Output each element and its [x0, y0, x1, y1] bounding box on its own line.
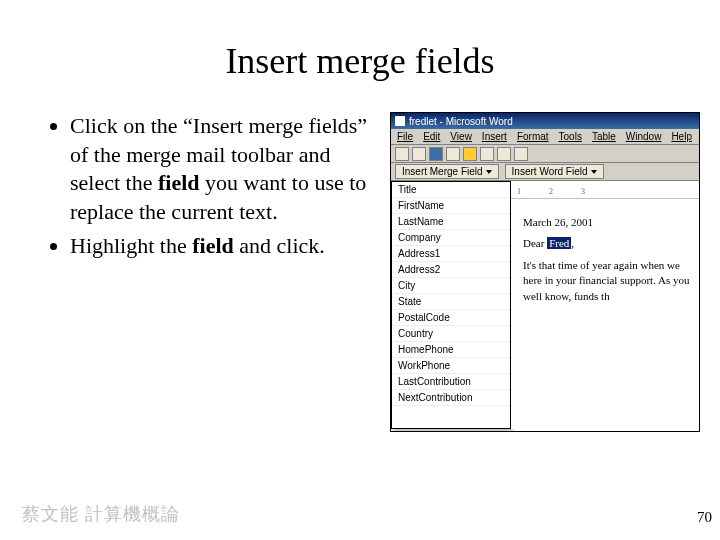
menu-insert[interactable]: Insert: [482, 131, 507, 142]
menu-file[interactable]: File: [397, 131, 413, 142]
ruler-tick: 3: [581, 187, 585, 196]
bullet-1-bold: field: [158, 170, 200, 195]
footer-page-number: 70: [697, 509, 712, 526]
dropdown-arrow-icon: [591, 170, 597, 174]
bullet-list: Click on the “Insert merge fields” of th…: [40, 112, 380, 432]
doc-greeting-post: ,: [571, 237, 574, 249]
bullet-2-pre: Highlight the: [70, 233, 192, 258]
menu-view[interactable]: View: [450, 131, 472, 142]
doc-greeting: Dear Fred,: [523, 236, 691, 251]
toolbar-button[interactable]: [480, 147, 494, 161]
field-item[interactable]: WorkPhone: [392, 358, 510, 374]
word-title-text: fredlet - Microsoft Word: [409, 116, 513, 127]
slide-title: Insert merge fields: [0, 40, 720, 82]
field-item[interactable]: Country: [392, 326, 510, 342]
menu-format[interactable]: Format: [517, 131, 549, 142]
field-item[interactable]: LastContribution: [392, 374, 510, 390]
word-titlebar: fredlet - Microsoft Word: [391, 113, 699, 129]
field-item[interactable]: HomePhone: [392, 342, 510, 358]
word-screenshot: fredlet - Microsoft Word File Edit View …: [390, 112, 700, 432]
toolbar-button[interactable]: [497, 147, 511, 161]
doc-paragraph: It's that time of year again when we her…: [523, 258, 691, 304]
toolbar-button[interactable]: [429, 147, 443, 161]
field-item[interactable]: PostalCode: [392, 310, 510, 326]
word-ruler: 1 2 3: [511, 185, 699, 199]
toolbar-button[interactable]: [446, 147, 460, 161]
merge-field-dropdown: Title FirstName LastName Company Address…: [391, 181, 511, 429]
bullet-2: Highlight the field and click.: [70, 232, 380, 261]
doc-greeting-highlight: Fred: [547, 237, 571, 249]
word-document-area: 1 2 3 March 26, 2001 Dear Fred, It's tha…: [511, 181, 699, 429]
word-standard-toolbar: [391, 145, 699, 163]
bullet-1: Click on the “Insert merge fields” of th…: [70, 112, 380, 226]
ruler-tick: 2: [549, 187, 553, 196]
menu-edit[interactable]: Edit: [423, 131, 440, 142]
dropdown-arrow-icon: [486, 170, 492, 174]
doc-date: March 26, 2001: [523, 215, 691, 230]
field-item[interactable]: Company: [392, 230, 510, 246]
field-item[interactable]: NextContribution: [392, 390, 510, 406]
menu-help[interactable]: Help: [671, 131, 692, 142]
bullet-2-bold: field: [192, 233, 234, 258]
field-item[interactable]: FirstName: [392, 198, 510, 214]
field-item[interactable]: Address2: [392, 262, 510, 278]
doc-greeting-pre: Dear: [523, 237, 547, 249]
menu-window[interactable]: Window: [626, 131, 662, 142]
toolbar-button[interactable]: [514, 147, 528, 161]
word-document-text[interactable]: March 26, 2001 Dear Fred, It's that time…: [511, 199, 699, 304]
word-mailmerge-toolbar: Insert Merge Field Insert Word Field: [391, 163, 699, 181]
toolbar-button[interactable]: [395, 147, 409, 161]
field-item[interactable]: State: [392, 294, 510, 310]
menu-table[interactable]: Table: [592, 131, 616, 142]
insert-merge-field-button[interactable]: Insert Merge Field: [395, 164, 499, 179]
ruler-tick: 1: [517, 187, 521, 196]
field-item[interactable]: City: [392, 278, 510, 294]
field-item[interactable]: LastName: [392, 214, 510, 230]
footer-author: 蔡文能 計算機概論: [22, 502, 180, 526]
menu-tools[interactable]: Tools: [559, 131, 582, 142]
toolbar-button[interactable]: [412, 147, 426, 161]
insert-word-field-button[interactable]: Insert Word Field: [505, 164, 604, 179]
word-app-icon: [395, 116, 405, 126]
insert-word-field-label: Insert Word Field: [512, 166, 588, 177]
insert-merge-field-label: Insert Merge Field: [402, 166, 483, 177]
toolbar-button[interactable]: [463, 147, 477, 161]
field-item[interactable]: Address1: [392, 246, 510, 262]
word-menubar: File Edit View Insert Format Tools Table…: [391, 129, 699, 145]
bullet-2-post: and click.: [234, 233, 325, 258]
field-item[interactable]: Title: [392, 182, 510, 198]
